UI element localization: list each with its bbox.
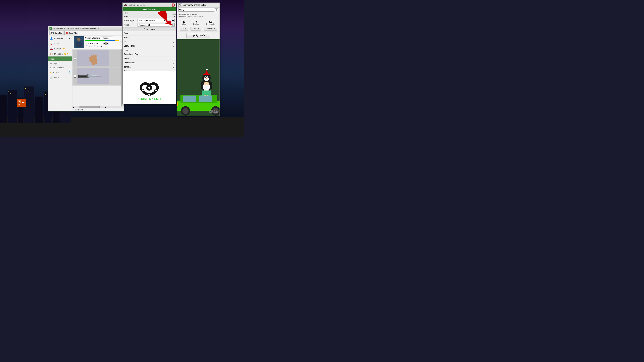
community-search-input[interactable] [178,8,214,11]
ped-refresh-button[interactable]: ↻ [172,11,176,14]
svg-point-67 [206,69,208,70]
ped-hat-icon: 🎩 [124,3,127,6]
community-refresh-button[interactable]: ↻ [178,3,182,7]
model-type-gear[interactable]: ⚙ [171,19,174,22]
money-input[interactable] [87,42,102,45]
wanted-stars: ☆ ☆ ☆ ☆ ☆ We [85,45,119,48]
weapon-area[interactable]: ✓ [72,49,124,86]
svg-point-43 [148,94,150,95]
component-hair[interactable]: Hair ⌄ [122,40,176,44]
character-avatar [74,36,84,48]
sidebar-item-character[interactable]: 👤 Character ▲ [48,36,72,41]
component-armor[interactable]: Armor ⌄ [122,69,176,71]
biohazard-area: XB36HAZARD [122,71,176,104]
star-5: ☆ [96,45,98,48]
component-mask[interactable]: Mask ⌄ [122,35,176,40]
sidebar-item-stats[interactable]: 📊 Stats [48,41,72,46]
svg-point-71 [206,82,209,85]
svg-rect-10 [25,88,26,89]
horizontal-scrollbar[interactable]: ◀ ▶ [72,106,124,108]
fist-checkbox[interactable]: ✓ [74,57,76,60]
component-torso1[interactable]: Torso 1 ⌄ [122,65,176,69]
model-row: Model: Freemode 01 ⚙ [122,23,176,27]
component-accessories[interactable]: Accessories ⌄ [122,61,176,65]
ped-editor-window: 🎩 Current Ped Editor ✕ Mod Enabled Ped ↻… [122,2,176,104]
component-parachute[interactable]: Parachute / Bag ⌄ [122,52,176,56]
community-dropdown-button[interactable]: ▼ [215,8,218,11]
character-info: Current Character: $ ◀ ▶ [85,36,119,48]
more-icon: ⬜ [50,76,52,79]
save-icon: 💾 [51,32,54,34]
xb36hazard-text: XB36HAZARD [137,97,161,101]
community-title: Community Shared Outfits [183,4,206,6]
svg-point-42 [142,89,144,91]
model-type-select[interactable]: Multiplayer Female Multiplayer Male [138,19,166,22]
character-header: Current Character: $ ◀ ▶ [72,36,124,49]
sidebar-item-main[interactable]: Main [48,56,72,61]
star-3: ☆ [90,45,93,48]
svg-rect-11 [28,91,28,91]
legs-expand: ⌄ [172,49,174,51]
money-decrement[interactable]: ◀ [103,42,106,45]
component-face[interactable]: Face ⌄ [122,31,176,35]
svg-rect-8 [8,91,9,92]
sidebar-item-more-label: More [54,76,59,79]
sidebar-item-other[interactable]: ★ Other 👕 [48,70,72,75]
dislikes-value: 0 [193,21,199,23]
component-shoes[interactable]: Shoes ⌄ [122,56,176,61]
svg-point-70 [204,82,206,85]
close-icon: ✖ [66,32,68,34]
model-type-refresh[interactable]: ↻ [167,19,170,22]
community-header: ↻ Community Shared Outfits [177,3,220,7]
toolbar: 💾 Save File ✖ Close File [48,30,124,36]
svg-rect-31 [79,75,87,76]
like-button[interactable]: Like [180,27,188,30]
shirt-icon: 👕 [68,71,70,74]
sidebar-item-garage[interactable]: 🚗 Garage ★ [48,46,72,51]
likes-stat: 18 Likes [182,21,186,25]
component-skin-hands[interactable]: Skin / Hands ⌄ [122,44,176,48]
other-star: ★ [50,71,52,74]
ped-expand-button[interactable]: ▲ [172,15,176,18]
outfit-uploader: Uploader: XB36Hazard [178,13,218,15]
money-increment[interactable]: ▶ [106,42,109,45]
star-2: ☆ [88,45,90,48]
sidebar-item-checklist[interactable]: 100% Checklist [48,66,72,70]
ped-section-row: Ped ↻ [122,11,176,15]
component-legs[interactable]: Legs ⌄ [122,48,176,52]
sidebar-item-garage-label: Garage [54,47,62,50]
model-gear[interactable]: ⚙ [171,23,174,27]
svg-point-72 [200,82,203,89]
main-panel: Current Character: $ ◀ ▶ [72,36,124,111]
model-select[interactable]: Freemode 01 [138,23,170,27]
save-file-button[interactable]: 💾 Save File [50,31,64,35]
svg-point-64 [205,77,206,78]
apply-outfit-button[interactable]: Apply Outfit [186,33,210,38]
character-name-input[interactable] [101,36,113,39]
knife-checkbox[interactable]: ✓ [74,75,76,78]
window-icon: G [50,27,52,30]
status-bar: Status: Idle... [72,108,124,111]
downloads-label: Downloads [206,23,214,25]
download-button[interactable]: Download [204,27,217,30]
ped-editor-close-button[interactable]: ✕ [172,3,174,6]
health-bars [85,40,119,41]
svg-rect-68 [204,95,206,95]
main-section-row: Main ▲ [122,15,176,18]
dislike-button[interactable]: Dislike [190,27,201,30]
hscroll-thumb[interactable] [80,106,100,108]
hscroll-left[interactable]: ◀ [72,106,74,108]
missions-coins: 🪙★ [64,53,68,55]
close-file-button[interactable]: ✖ Close File [64,31,78,35]
main-section-label: Main [122,15,172,18]
svg-rect-9 [10,93,11,94]
sidebar-item-more[interactable]: ⬜ More [48,75,72,80]
weapon-slot-fist: ✓ [73,50,121,67]
dislikes-label: Dislikes [193,23,199,25]
sidebar-item-missions[interactable]: 📋 Missions 🪙★ [48,51,72,56]
sidebar-item-strangers[interactable]: Strangers [48,61,72,66]
model-type-row: Model Type: Multiplayer Female Multiplay… [122,18,176,23]
ped-editor-titlebar: 🎩 Current Ped Editor ✕ [122,3,176,7]
hscroll-right[interactable]: ▶ [105,106,107,108]
weapon-slot-knife: ✓ [73,67,121,85]
